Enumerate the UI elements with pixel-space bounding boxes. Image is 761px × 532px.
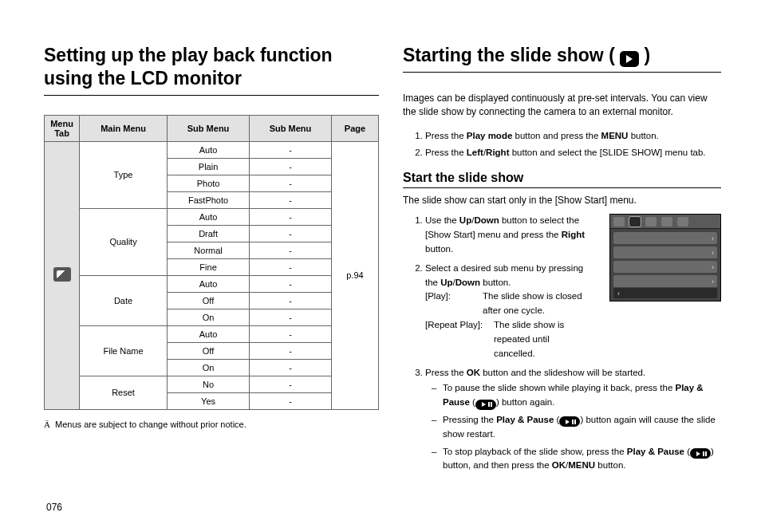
lcd-preview: [609, 214, 721, 301]
play-pause-icon: [690, 448, 711, 459]
cell: On: [168, 359, 250, 376]
lcd-tab-icon: [613, 217, 625, 227]
cell: Fine: [168, 258, 250, 275]
right-heading-a: Starting the slide show (: [403, 45, 615, 65]
menutab-icon-cell: [45, 141, 80, 409]
dash-1: To pause the slide shown while playing i…: [432, 381, 721, 410]
cell: Auto: [168, 208, 250, 225]
th-submenu2: Sub Menu: [250, 115, 332, 141]
lcd-tab-icon: [645, 217, 657, 227]
lcd-row: [613, 261, 717, 273]
main-reset: Reset: [80, 376, 168, 409]
menu-table: Menu Tab Main Menu Sub Menu Sub Menu Pag…: [44, 115, 379, 410]
pre-step-1: Press the Play mode button and press the…: [425, 129, 721, 144]
cell: -: [250, 225, 332, 242]
cell: Draft: [168, 225, 250, 242]
cell: -: [250, 275, 332, 292]
right-heading: Starting the slide show ( ): [403, 44, 721, 73]
dash-2: Pressing the Play & Pause () button agai…: [432, 413, 721, 442]
pre-steps: Press the Play mode button and press the…: [403, 129, 721, 160]
th-mainmenu: Main Menu: [80, 115, 168, 141]
cell: -: [250, 158, 332, 175]
play-pause-icon: [475, 400, 496, 410]
sub-heading: Start the slide show: [403, 171, 721, 188]
play-pause-icon: [559, 416, 580, 427]
left-heading: Setting up the play back function using …: [44, 44, 379, 96]
cell: Auto: [168, 325, 250, 342]
pre-step-2: Press the Left/Right button and select t…: [425, 146, 721, 160]
main-filename: File Name: [80, 325, 168, 376]
th-submenu1: Sub Menu: [168, 115, 250, 141]
dash-list: To pause the slide shown while playing i…: [425, 381, 721, 473]
cell: On: [168, 309, 250, 325]
page-number: 076: [46, 502, 62, 513]
cell: -: [250, 242, 332, 258]
lcd-bottom-bar: [613, 288, 717, 298]
cell: -: [250, 359, 332, 376]
main-type: Type: [80, 141, 168, 208]
right-heading-b: ): [645, 45, 651, 65]
pictbridge-icon: [53, 267, 71, 282]
cell: -: [250, 258, 332, 275]
lcd-tab-icon: [629, 217, 641, 227]
cell: -: [250, 191, 332, 208]
cell: Photo: [168, 175, 250, 191]
cell: FastPhoto: [168, 191, 250, 208]
footnote-text: Menus are subject to change without prio…: [55, 420, 246, 429]
th-page: Page: [331, 115, 378, 141]
lcd-tab-icon: [677, 217, 688, 227]
th-menutab: Menu Tab: [45, 115, 80, 141]
cell: Auto: [168, 275, 250, 292]
cell: -: [250, 376, 332, 392]
main-date: Date: [80, 275, 168, 325]
footnote: Ä Menus are subject to change without pr…: [44, 420, 379, 429]
cell: No: [168, 376, 250, 392]
cell: Off: [168, 292, 250, 309]
cell: -: [250, 392, 332, 409]
dash-3: To stop playback of the slide show, pres…: [432, 445, 721, 474]
main-quality: Quality: [80, 208, 168, 275]
cell: -: [250, 208, 332, 225]
cell: Yes: [168, 392, 250, 409]
cell: Plain: [168, 158, 250, 175]
cell: -: [250, 309, 332, 325]
lcd-row: [613, 232, 717, 244]
intro-text: Images can be displayed continuously at …: [403, 92, 721, 120]
play-icon: [620, 51, 639, 67]
page-ref: p.94: [331, 141, 378, 409]
sub-intro: The slide show can start only in the [Sh…: [403, 195, 721, 206]
footnote-mark: Ä: [44, 420, 50, 429]
step2-3: Press the OK button and the slideshow wi…: [425, 366, 721, 474]
definitions: [Play]:The slide show is closed after on…: [425, 290, 593, 361]
cell: -: [250, 175, 332, 191]
lcd-row: [613, 246, 717, 258]
cell: -: [250, 325, 332, 342]
cell: Off: [168, 342, 250, 359]
lcd-row: [613, 275, 717, 287]
cell: Normal: [168, 242, 250, 258]
lcd-tab-icon: [661, 217, 672, 227]
cell: -: [250, 292, 332, 309]
cell: -: [250, 141, 332, 158]
cell: -: [250, 342, 332, 359]
cell: Auto: [168, 141, 250, 158]
